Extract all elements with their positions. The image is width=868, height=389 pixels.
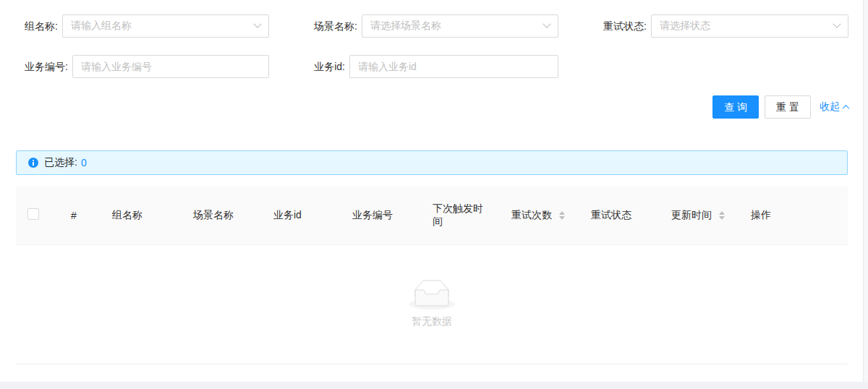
chevron-down-icon (833, 20, 841, 28)
group-name-placeholder: 请输入组名称 (71, 20, 255, 33)
business-number-input[interactable] (72, 55, 269, 78)
group-name-select[interactable]: 请输入组名称 (62, 14, 269, 38)
select-all-checkbox[interactable] (27, 208, 39, 220)
header-retry-status: 重试状态 (579, 187, 660, 244)
search-button[interactable]: 查 询 (712, 95, 759, 119)
sorter-icon[interactable] (559, 211, 565, 220)
retry-task-table: # 组名称 场景名称 业务id 业务编号 下次触发时间 重试次数 (16, 187, 848, 364)
business-id-input[interactable] (349, 55, 558, 78)
business-id-label: 业务id: (275, 55, 345, 78)
selection-alert: 已选择: 0 (16, 150, 848, 175)
empty-row: 暂无数据 (16, 244, 848, 364)
caret-down-icon (559, 216, 565, 220)
info-icon (28, 158, 38, 168)
caret-up-icon (559, 211, 565, 215)
scene-name-select[interactable]: 请选择场景名称 (362, 14, 558, 38)
retry-status-select[interactable]: 请选择状态 (651, 14, 848, 38)
business-number-label: 业务编号: (0, 55, 68, 78)
header-scene-name: 场景名称 (182, 187, 262, 244)
header-retry-count[interactable]: 重试次数 (500, 187, 579, 244)
chevron-down-icon (542, 20, 550, 28)
header-index: # (59, 187, 101, 244)
filter-actions: 查 询 重 置 收起 (0, 95, 848, 119)
selection-count: 0 (81, 157, 87, 168)
caret-down-icon (719, 216, 725, 220)
header-business-id: 业务id (262, 187, 341, 244)
retry-status-label: 重试状态: (564, 14, 647, 38)
chevron-down-icon (253, 20, 261, 28)
scene-name-label: 场景名称: (275, 14, 357, 38)
header-update-time-label: 更新时间 (671, 209, 712, 222)
reset-button[interactable]: 重 置 (765, 95, 811, 119)
scene-name-placeholder: 请选择场景名称 (370, 20, 544, 33)
sorter-icon[interactable] (719, 211, 725, 220)
scrollbar[interactable] (863, 0, 868, 382)
table-header-row: # 组名称 场景名称 业务id 业务编号 下次触发时间 重试次数 (16, 187, 848, 244)
retry-status-placeholder: 请选择状态 (660, 20, 834, 33)
header-group-name: 组名称 (101, 187, 182, 244)
header-select-all-cell (16, 187, 59, 244)
header-actions: 操作 (739, 187, 848, 244)
empty-inbox-icon (409, 280, 455, 309)
header-business-number: 业务编号 (341, 187, 421, 244)
chevron-up-icon (843, 104, 850, 111)
empty-state: 暂无数据 (16, 244, 848, 364)
collapse-link[interactable]: 收起 (820, 101, 848, 114)
collapse-label: 收起 (820, 101, 840, 114)
selection-alert-text: 已选择: (44, 156, 77, 169)
retry-task-query-page: 组名称: 请输入组名称 场景名称: 请选择场景名称 重试状态: 请选择状态 业务… (0, 0, 868, 389)
empty-text: 暂无数据 (412, 315, 452, 328)
header-next-trigger-time: 下次触发时间 (421, 187, 500, 244)
page-footer-strip (0, 382, 868, 389)
group-name-label: 组名称: (0, 14, 58, 38)
header-retry-count-label: 重试次数 (511, 209, 552, 222)
caret-up-icon (719, 211, 725, 215)
header-update-time[interactable]: 更新时间 (660, 187, 739, 244)
